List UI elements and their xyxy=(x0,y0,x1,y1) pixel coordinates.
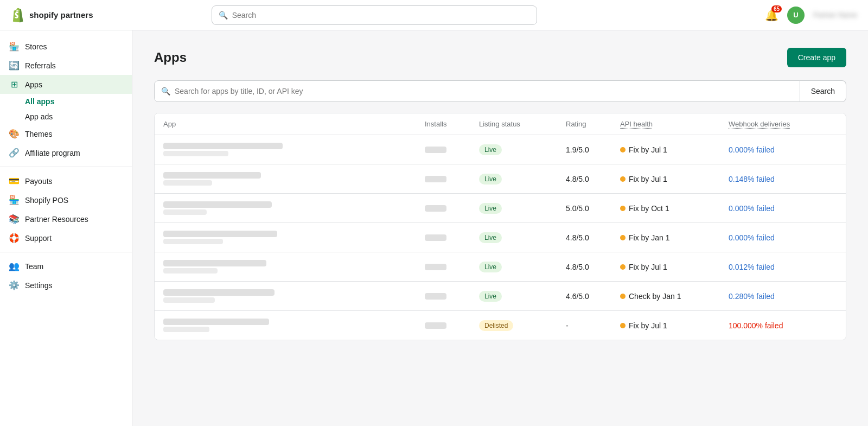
apps-search-icon: 🔍 xyxy=(161,87,170,96)
app-name-blur xyxy=(163,289,275,296)
webhook-cell: 0.148% failed xyxy=(729,175,837,183)
table-row[interactable]: Live 1.9/5.0 Fix by Jul 1 0.000% failed xyxy=(155,135,846,164)
table-row[interactable]: Live 4.8/5.0 Fix by Jan 1 0.000% failed xyxy=(155,223,846,252)
app-cell xyxy=(163,143,425,156)
page-title: Apps xyxy=(154,50,187,65)
listing-status-cell: Live xyxy=(479,232,566,243)
sidebar-item-themes[interactable]: 🎨 Themes xyxy=(0,124,132,143)
sidebar-item-referrals[interactable]: 🔄 Referrals xyxy=(0,56,132,75)
api-health-label: Check by Jan 1 xyxy=(629,292,681,301)
sidebar-item-stores[interactable]: 🏪 Stores xyxy=(0,37,132,56)
search-icon: 🔍 xyxy=(219,11,228,20)
sidebar-label-stores: Stores xyxy=(25,42,47,51)
listing-status-cell: Delisted xyxy=(479,320,566,331)
api-health-cell: Fix by Jul 1 xyxy=(620,263,729,271)
sidebar-sub-label-all-apps: All apps xyxy=(25,97,54,106)
table-row[interactable]: Live 4.8/5.0 Fix by Jul 1 0.012% failed xyxy=(155,252,846,282)
sidebar-apps-submenu: All apps App ads xyxy=(0,94,132,124)
app-name-blur xyxy=(163,260,266,266)
listing-status-cell: Live xyxy=(479,144,566,155)
sidebar-item-payouts[interactable]: 💳 Payouts xyxy=(0,171,132,190)
warning-dot xyxy=(620,323,626,328)
resources-icon: 📚 xyxy=(9,214,20,224)
themes-icon: 🎨 xyxy=(9,129,20,139)
sidebar-label-themes: Themes xyxy=(25,130,53,138)
webhook-cell: 0.012% failed xyxy=(729,263,837,271)
warning-dot xyxy=(620,264,626,270)
warning-dot xyxy=(620,176,626,182)
table-row[interactable]: Delisted - Fix by Jul 1 100.000% failed xyxy=(155,311,846,340)
apps-search-button[interactable]: Search xyxy=(800,80,846,102)
sidebar-item-settings[interactable]: ⚙️ Settings xyxy=(0,276,132,295)
status-badge: Live xyxy=(479,174,502,185)
global-search-input[interactable] xyxy=(232,11,530,20)
warning-dot xyxy=(620,147,626,152)
app-cell xyxy=(163,319,425,332)
api-health-label: Fix by Jul 1 xyxy=(629,145,667,154)
referrals-icon: 🔄 xyxy=(9,60,20,71)
sidebar-label-resources: Partner Resources xyxy=(25,215,88,224)
status-badge: Live xyxy=(479,203,502,214)
header-listing-status: Listing status xyxy=(479,120,566,128)
table-row[interactable]: Live 4.8/5.0 Fix by Jul 1 0.148% failed xyxy=(155,164,846,194)
warning-dot xyxy=(620,235,626,240)
apps-icon: ⊞ xyxy=(9,79,20,90)
main-layout: 🏪 Stores 🔄 Referrals ⊞ Apps All apps App… xyxy=(0,30,868,426)
sidebar-item-apps[interactable]: ⊞ Apps xyxy=(0,75,132,94)
listing-status-cell: Live xyxy=(479,203,566,214)
rating-cell: 4.8/5.0 xyxy=(566,263,620,271)
sidebar-sub-all-apps[interactable]: All apps xyxy=(25,94,132,109)
api-health-label: Fix by Jul 1 xyxy=(629,263,667,271)
app-sub-blur xyxy=(163,239,223,244)
app-cell xyxy=(163,289,425,303)
warning-dot xyxy=(620,294,626,299)
app-sub-blur xyxy=(163,180,212,186)
header-app: App xyxy=(163,120,425,128)
webhook-cell: 0.000% failed xyxy=(729,233,837,242)
apps-search-input[interactable] xyxy=(175,87,793,96)
api-health-cell: Fix by Jul 1 xyxy=(620,145,729,154)
global-search-bar[interactable]: 🔍 xyxy=(212,5,537,25)
table-row[interactable]: Live 5.0/5.0 Fix by Oct 1 0.000% failed xyxy=(155,194,846,223)
avatar[interactable]: U xyxy=(787,7,805,24)
sidebar-label-payouts: Payouts xyxy=(25,177,53,186)
installs-cell xyxy=(425,205,479,212)
webhook-cell: 0.000% failed xyxy=(729,145,837,154)
team-icon: 👥 xyxy=(9,261,20,271)
sidebar-label-apps: Apps xyxy=(25,80,42,89)
notification-bell[interactable]: 🔔 65 xyxy=(765,9,778,22)
sidebar-label-referrals: Referrals xyxy=(25,61,56,70)
stores-icon: 🏪 xyxy=(9,41,20,52)
apps-search-bar[interactable]: 🔍 xyxy=(154,80,800,102)
shopify-logo[interactable]: shopify partners xyxy=(11,8,93,23)
sidebar-divider-1 xyxy=(0,167,132,167)
sidebar-item-shopify-pos[interactable]: 🏪 Shopify POS xyxy=(0,190,132,209)
sidebar-label-settings: Settings xyxy=(25,281,53,290)
apps-search-container: 🔍 Search xyxy=(154,80,846,102)
api-health-label: Fix by Jan 1 xyxy=(629,233,669,242)
apps-table: App Installs Listing status Rating API h… xyxy=(154,113,846,340)
main-content: Apps Create app 🔍 Search App Installs Li… xyxy=(132,30,868,426)
settings-icon: ⚙️ xyxy=(9,280,20,290)
app-cell xyxy=(163,201,425,215)
api-health-cell: Fix by Jul 1 xyxy=(620,321,729,330)
nav-right-section: 🔔 65 U Partner Name xyxy=(765,7,857,24)
app-sub-blur xyxy=(163,151,228,156)
sidebar-item-affiliate[interactable]: 🔗 Affiliate program xyxy=(0,143,132,162)
sidebar-item-team[interactable]: 👥 Team xyxy=(0,257,132,276)
app-name-blur xyxy=(163,231,277,237)
sidebar-sub-app-ads[interactable]: App ads xyxy=(25,109,132,124)
status-badge: Live xyxy=(479,144,502,155)
webhook-cell: 0.280% failed xyxy=(729,292,837,301)
installs-cell xyxy=(425,234,479,241)
webhook-cell: 0.000% failed xyxy=(729,204,837,213)
page-header: Apps Create app xyxy=(154,48,846,67)
table-row[interactable]: Live 4.6/5.0 Check by Jan 1 0.280% faile… xyxy=(155,282,846,311)
app-name-blur xyxy=(163,172,261,179)
sidebar-item-partner-resources[interactable]: 📚 Partner Resources xyxy=(0,209,132,228)
create-app-button[interactable]: Create app xyxy=(787,48,846,67)
warning-dot xyxy=(620,206,626,211)
installs-cell xyxy=(425,147,479,153)
sidebar-label-pos: Shopify POS xyxy=(25,196,68,205)
sidebar-item-support[interactable]: 🛟 Support xyxy=(0,228,132,247)
